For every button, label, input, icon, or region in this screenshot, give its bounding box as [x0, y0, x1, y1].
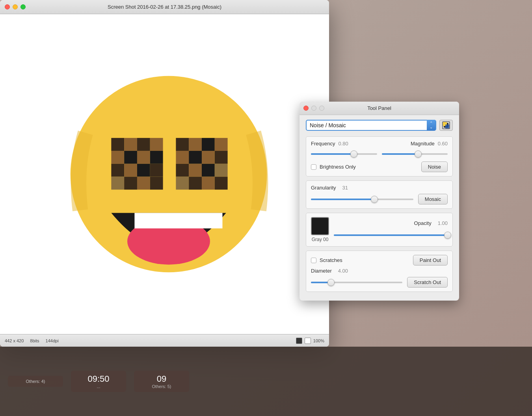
filter-dropdown[interactable]: Noise / Mosaic ⌃⌄ — [306, 120, 436, 131]
opacity-track-fill — [334, 234, 448, 236]
svg-rect-22 — [214, 138, 227, 151]
minimize-button[interactable] — [13, 4, 18, 9]
tool-panel-maximize[interactable] — [319, 106, 324, 111]
svg-rect-20 — [189, 138, 202, 151]
frequency-slider[interactable] — [311, 150, 377, 158]
frequency-magnitude-sliders — [311, 150, 448, 158]
svg-rect-34 — [214, 177, 227, 190]
svg-rect-26 — [214, 151, 227, 164]
granularity-thumb[interactable] — [371, 196, 378, 203]
granularity-value: 31 — [342, 185, 348, 191]
svg-rect-31 — [176, 177, 189, 190]
taskbar: Others: 4) 09:50 ... 09 Others: 5) — [0, 347, 532, 416]
diameter-thumb[interactable] — [327, 279, 335, 286]
close-button[interactable] — [5, 4, 10, 9]
svg-rect-3 — [124, 138, 137, 151]
tool-panel-body: Noise / Mosaic ⌃⌄ Frequency 0.80 — [299, 115, 459, 301]
opacity-group: Opacity 1.00 — [334, 220, 448, 240]
scratches-row: Scratches Paint Out — [311, 255, 448, 266]
svg-rect-24 — [189, 151, 202, 164]
svg-rect-23 — [176, 151, 189, 164]
emoji-image — [54, 60, 283, 288]
magnitude-label: Magnitude — [411, 141, 435, 147]
main-window-titlebar: Screen Shot 2016-02-26 at 17.38.25.png (… — [0, 0, 329, 14]
color-opacity-row: Gray 00 Opacity 1.00 — [311, 217, 448, 242]
scratches-section: Scratches Paint Out Diameter 4.00 Scratc… — [306, 251, 453, 292]
scratches-checkbox[interactable] — [311, 258, 316, 263]
status-zoom: 100% — [296, 338, 324, 344]
frequency-slider-group — [311, 150, 377, 158]
taskbar-time: 09:50 — [76, 374, 121, 384]
frequency-track-fill — [311, 153, 354, 155]
svg-rect-19 — [176, 138, 189, 151]
main-window-title: Screen Shot 2016-02-26 at 17.38.25.png (… — [108, 4, 221, 10]
layer-icon-button[interactable] — [439, 120, 453, 131]
tool-panel-traffic-lights — [303, 106, 324, 111]
granularity-slider[interactable] — [311, 195, 413, 204]
svg-rect-27 — [176, 164, 189, 177]
svg-rect-11 — [124, 164, 137, 177]
tool-panel-close[interactable] — [303, 106, 309, 111]
taskbar-sublabel-3: Others: 5) — [139, 384, 184, 389]
taskbar-sublabel-2: ... — [76, 384, 121, 389]
opacity-thumb[interactable] — [444, 232, 451, 239]
opacity-slider[interactable] — [334, 231, 448, 240]
color-swatch[interactable] — [311, 217, 329, 235]
maximize-button[interactable] — [20, 4, 26, 9]
diameter-track-bg — [311, 282, 402, 283]
svg-rect-17 — [150, 177, 163, 190]
svg-rect-12 — [137, 164, 150, 177]
taskbar-label-1: Others: 4) — [26, 379, 45, 384]
svg-rect-15 — [124, 177, 137, 190]
scratches-label: Scratches — [320, 257, 342, 263]
diameter-value: 4.00 — [338, 268, 348, 274]
diameter-label-row: Diameter 4.00 — [311, 268, 448, 274]
svg-rect-29 — [201, 164, 214, 177]
monitor-icon[interactable] — [296, 338, 302, 344]
traffic-lights — [5, 4, 26, 9]
frequency-thumb[interactable] — [350, 150, 357, 158]
svg-rect-28 — [189, 164, 202, 177]
brightness-only-checkbox[interactable] — [311, 164, 316, 170]
color-opacity-section: Gray 00 Opacity 1.00 — [306, 213, 453, 247]
svg-rect-14 — [111, 177, 124, 190]
taskbar-item-3[interactable]: 09 Others: 5) — [134, 371, 189, 392]
svg-rect-33 — [201, 177, 214, 190]
mosaic-button[interactable]: Mosaic — [418, 194, 448, 204]
svg-rect-9 — [150, 151, 163, 164]
magnitude-slider[interactable] — [382, 150, 448, 158]
noise-button[interactable]: Noise — [421, 162, 448, 172]
svg-rect-40 — [445, 124, 449, 128]
zoom-level: 100% — [313, 338, 324, 343]
opacity-label: Opacity — [414, 220, 432, 226]
taskbar-item-2[interactable]: 09:50 ... — [71, 371, 126, 392]
svg-rect-25 — [201, 151, 214, 164]
svg-rect-2 — [111, 138, 124, 151]
svg-rect-36 — [134, 213, 222, 228]
diameter-slider[interactable] — [311, 278, 402, 287]
svg-rect-5 — [150, 138, 163, 151]
svg-rect-7 — [124, 151, 137, 164]
svg-rect-6 — [111, 151, 124, 164]
frequency-magnitude-labels: Frequency 0.80 Magnitude 0.60 — [311, 141, 448, 147]
svg-rect-13 — [150, 164, 163, 177]
paint-out-button[interactable]: Paint Out — [413, 255, 448, 266]
page-icon[interactable] — [305, 338, 311, 344]
granularity-label-row: Granularity 31 — [311, 185, 448, 191]
svg-rect-4 — [137, 138, 150, 151]
magnitude-value: 0.60 — [438, 141, 448, 147]
magnitude-track-fill — [382, 153, 418, 155]
svg-rect-21 — [201, 138, 214, 151]
magnitude-thumb[interactable] — [415, 150, 422, 158]
tool-panel-minimize[interactable] — [311, 106, 316, 111]
brightness-only-label: Brightness Only — [320, 164, 356, 170]
filter-dropdown-value: Noise / Mosaic — [310, 122, 346, 128]
opacity-value: 1.00 — [438, 220, 448, 226]
taskbar-item-1[interactable]: Others: 4) — [8, 376, 63, 387]
brightness-only-row: Brightness Only — [311, 164, 356, 170]
tool-panel-title: Tool Panel — [367, 105, 391, 111]
scratch-out-button[interactable]: Scratch Out — [407, 277, 448, 288]
main-window: Screen Shot 2016-02-26 at 17.38.25.png (… — [0, 0, 329, 347]
svg-rect-10 — [111, 164, 124, 177]
svg-rect-30 — [214, 164, 227, 177]
